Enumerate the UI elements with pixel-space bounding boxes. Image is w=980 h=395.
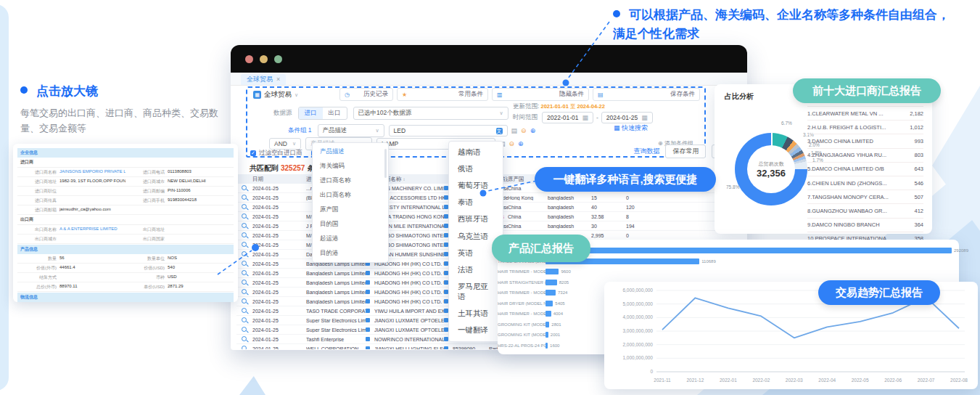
col-header-date[interactable]: 日期 xyxy=(252,176,306,183)
calendar-icon: ▦ xyxy=(582,114,588,121)
field-menu-item[interactable]: 进口商名称 xyxy=(313,174,388,188)
magnifier-icon[interactable] xyxy=(236,298,252,305)
magnifier-icon[interactable] xyxy=(236,260,252,267)
sort-icon[interactable]: ↕ xyxy=(403,177,405,182)
detail-label: 进口商手机 xyxy=(125,196,168,205)
language-menu-item[interactable]: 土耳其语 xyxy=(449,306,503,322)
link-icon[interactable] xyxy=(444,346,453,350)
toolbar-button-history[interactable]: ◷历史记录 xyxy=(339,88,393,101)
magnifier-icon[interactable] xyxy=(236,203,252,211)
language-menu-item[interactable]: 葡萄牙语 xyxy=(449,177,503,194)
y-tick-label: 2,000,000,000 xyxy=(622,342,653,347)
rank-row[interactable]: 4.ZHANGJIAGANG YIHUA RU...803 xyxy=(807,149,923,163)
magnifier-icon[interactable] xyxy=(236,279,252,286)
magnifier-icon[interactable] xyxy=(236,317,252,324)
tab-close-icon[interactable]: × xyxy=(276,76,280,83)
scrollbar[interactable] xyxy=(384,149,387,178)
field-menu-item[interactable]: 目的港 xyxy=(313,246,388,261)
field-menu-item[interactable]: 起运港 xyxy=(313,232,388,246)
app-menu[interactable]: ▦ 全球贸易 ∨ xyxy=(253,90,298,99)
import-toggle[interactable]: 进口 xyxy=(299,107,323,119)
cell-exporter: HUADONG HH (HK) CO LTD. U xyxy=(374,280,444,285)
keyword-input-1[interactable]: LED文 xyxy=(389,125,508,137)
rank-row[interactable]: 6.CHIEN LUEN IND (ZHONGS...546 xyxy=(807,176,923,190)
rank-value: 546 xyxy=(894,180,923,187)
language-menu-item[interactable]: 罗马尼亚语 xyxy=(449,279,503,306)
toolbar-button-hide[interactable]: ▥隐藏条件 xyxy=(492,88,589,101)
detail-value[interactable]: JAINSONS EMPORIO PRIVATE LIMITED xyxy=(59,168,125,176)
minus-circle-icon[interactable]: ⊖ xyxy=(521,127,527,134)
field-menu-item[interactable]: 原产国 xyxy=(313,203,388,217)
field-menu-item[interactable]: 出口商名称 xyxy=(313,188,388,203)
magnifier-icon[interactable] xyxy=(236,269,252,277)
rank-row[interactable]: 7.TANGSHAN MONOPY CERA...507 xyxy=(807,190,923,204)
rank-row[interactable]: 2.H.U.B. FREIGHT & LOGISTI...1,012 xyxy=(807,121,923,134)
link-icon[interactable] xyxy=(366,346,374,350)
bar-row[interactable]: HAIR TRIMMER - MODEL NO - HT33...9600 xyxy=(498,266,959,277)
translate-icon[interactable]: 文 xyxy=(496,128,503,134)
import-export-toggle[interactable]: 进口 出口 xyxy=(298,107,347,120)
magnifier-icon[interactable] xyxy=(236,232,252,239)
search-data-link[interactable]: 查询数据 xyxy=(633,147,659,156)
field-menu-item[interactable]: 海关编码 xyxy=(313,159,388,174)
plus-circle-icon[interactable]: ⊕ xyxy=(518,140,524,147)
rank-row[interactable]: 3.DAMCO CHINA LIMITED993 xyxy=(807,134,923,148)
field-menu-item[interactable]: 产品描述 xyxy=(313,144,388,159)
magnifier-icon[interactable] xyxy=(236,241,252,248)
magnifier-icon[interactable] xyxy=(236,222,252,229)
magnifier-icon[interactable] xyxy=(236,288,252,296)
quick-search-link[interactable]: ▦ 快速搜索 xyxy=(614,123,648,133)
magnifier-icon[interactable] xyxy=(236,345,252,349)
close-traffic-light[interactable] xyxy=(245,55,253,63)
magnifier-icon[interactable] xyxy=(236,194,252,201)
rank-name: 7.TANGSHAN MONOPY CERA... xyxy=(807,194,894,200)
language-menu-item[interactable]: 越南语 xyxy=(449,144,503,160)
detail-value[interactable]: A & A ENTERPRISE LIMITED xyxy=(59,225,125,234)
date-from-input[interactable]: 2022-01-01▦ xyxy=(542,112,593,123)
cell-origin: Hong Kong xyxy=(508,195,548,200)
and-select[interactable]: AND∨ xyxy=(269,138,301,150)
detail-value xyxy=(168,235,234,243)
link-icon[interactable] xyxy=(366,271,374,276)
zoom-traffic-light[interactable] xyxy=(274,55,282,63)
plus-circle-icon[interactable]: ⊕ xyxy=(530,127,536,134)
link-icon[interactable] xyxy=(366,290,374,295)
link-icon[interactable] xyxy=(366,337,374,342)
magnifier-icon[interactable] xyxy=(236,335,252,343)
language-menu-item[interactable]: 泰语 xyxy=(449,195,503,211)
magnifier-icon[interactable] xyxy=(236,251,252,258)
minimize-traffic-light[interactable] xyxy=(260,55,268,63)
language-menu-item[interactable]: 一键翻译 xyxy=(449,322,503,339)
link-icon[interactable] xyxy=(366,327,374,333)
cell-date: 2024-01-25 xyxy=(252,205,306,210)
link-icon[interactable] xyxy=(366,299,374,304)
magnifier-icon[interactable] xyxy=(236,307,252,314)
magnifier-icon[interactable] xyxy=(236,184,252,192)
rank-row[interactable]: 1.CLEARWATER METAL VN ...2,182 xyxy=(807,107,923,121)
magnifier-icon[interactable] xyxy=(236,213,252,220)
rank-row[interactable]: 5.DAMCO CHINA LIMITED O/B643 xyxy=(807,163,923,176)
bar-value: 2801 xyxy=(551,322,561,327)
export-toggle[interactable]: 出口 xyxy=(323,107,347,119)
detail-value: 2871.29 xyxy=(168,282,234,291)
date-to-input[interactable]: 2024-01-25▦ xyxy=(601,112,653,123)
language-menu-item[interactable]: 法语 xyxy=(449,261,503,278)
link-icon[interactable] xyxy=(366,309,374,314)
toolbar-button-star[interactable]: ★常用条件 xyxy=(397,88,488,101)
save-common-button[interactable]: 保存常用 xyxy=(665,144,706,158)
datasource-select[interactable]: 已选中102个数据源 ∨ xyxy=(353,107,508,120)
filter-importer-checkbox[interactable]: ✓过滤空白进口商 xyxy=(250,149,302,158)
field-select-1[interactable]: 产品描述∨ xyxy=(318,124,384,137)
rank-row[interactable]: 8.GUANGZHOU WANBAO GR...412 xyxy=(807,204,923,218)
list-icon[interactable]: ▤ xyxy=(511,127,518,134)
toolbar-button-save[interactable]: ▤保存条件 xyxy=(593,88,700,101)
language-menu-item[interactable]: 俄语 xyxy=(449,160,503,177)
field-menu-item[interactable]: 目的国 xyxy=(313,217,388,232)
link-icon[interactable] xyxy=(366,318,374,323)
language-menu-item[interactable]: 西班牙语 xyxy=(449,211,503,228)
tab-global-trade[interactable]: 全球贸易× xyxy=(241,74,286,85)
link-icon[interactable] xyxy=(366,280,374,285)
magnifier-icon[interactable] xyxy=(236,326,252,333)
rank-row[interactable]: 9.DAMCO NINGBO BRANCH364 xyxy=(807,219,923,232)
minus-circle-icon[interactable]: ⊖ xyxy=(509,140,515,147)
